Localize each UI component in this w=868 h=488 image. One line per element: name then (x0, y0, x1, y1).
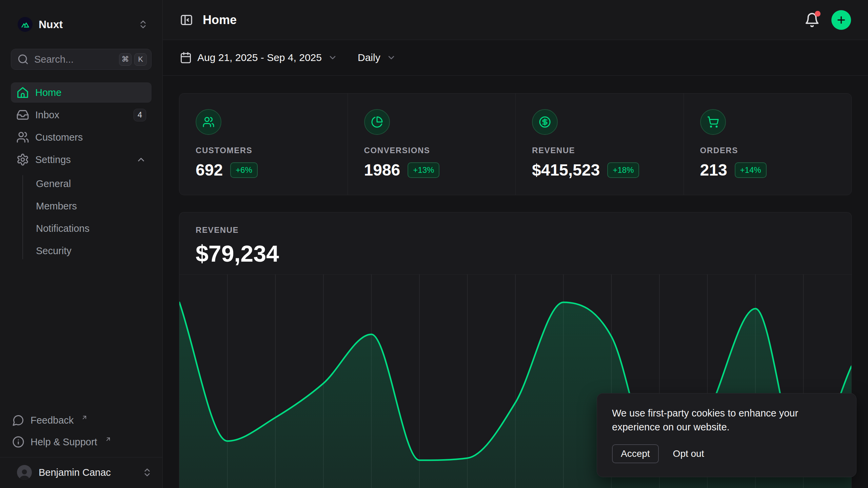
page-title: Home (203, 13, 237, 27)
cookie-actions: Accept Opt out (612, 444, 841, 463)
stat-label: ORDERS (700, 146, 738, 155)
topbar: Home (163, 0, 868, 40)
app-root: { "colors": { "accent": "#00dc82", "noti… (0, 0, 868, 488)
cookie-message: We use first-party cookies to enhance yo… (612, 406, 822, 434)
revenue-chart-label: REVENUE (196, 225, 835, 235)
stat-card-customers: CUSTOMERS692+6% (179, 94, 348, 195)
stat-value: 1986 (364, 161, 400, 179)
sidebar: Nuxt Search... ⌘K HomeInbox4CustomersSet… (0, 0, 163, 488)
arrow-up-right-icon (105, 436, 112, 443)
stats-row: CUSTOMERS692+6%CONVERSIONS1986+13%REVENU… (179, 93, 852, 195)
sidebar-item-label: Settings (35, 154, 71, 165)
stat-value: 692 (196, 161, 223, 179)
sidebar-link-feedback[interactable]: Feedback (11, 411, 152, 429)
stat-value: 213 (700, 161, 727, 179)
calendar-icon (180, 52, 192, 64)
stat-value-row: 213+14% (700, 161, 767, 179)
chevron-down-icon (328, 53, 337, 62)
sidebar-item-settings[interactable]: Settings (11, 149, 152, 170)
add-button[interactable] (831, 10, 851, 30)
sidebar-collapse-button[interactable] (180, 13, 193, 27)
sidebar-item-security[interactable]: Security (11, 241, 152, 261)
users-icon (16, 131, 29, 144)
sidebar-nav: HomeInbox4CustomersSettingsGeneralMember… (11, 82, 152, 261)
cookie-accept-button[interactable]: Accept (612, 444, 659, 463)
stat-card-conversions: CONVERSIONS1986+13% (348, 94, 516, 195)
stat-delta-badge: +13% (408, 162, 439, 178)
date-range-label: Aug 21, 2025 - Sep 4, 2025 (197, 52, 322, 63)
sidebar-item-label: Inbox (35, 109, 59, 121)
settings-submenu: GeneralMembersNotificationsSecurity (11, 174, 152, 261)
stat-card-orders: ORDERS213+14% (684, 94, 852, 195)
cart-icon (700, 109, 726, 135)
sidebar-item-customers[interactable]: Customers (11, 127, 152, 147)
chevrons-up-down-icon (138, 19, 148, 29)
search-input[interactable]: Search... ⌘K (11, 49, 152, 70)
stat-value-row: 692+6% (196, 161, 258, 179)
kbd-⌘: ⌘ (119, 53, 132, 66)
stat-delta-badge: +18% (607, 162, 639, 178)
revenue-chart-value: $79,234 (196, 240, 835, 267)
topbar-actions (804, 10, 851, 30)
gear-icon (16, 153, 29, 166)
search-shortcut: ⌘K (119, 53, 147, 66)
revenue-chart-header: REVENUE $79,234 (179, 212, 851, 274)
granularity-label: Daily (358, 52, 380, 63)
cookie-optout-button[interactable]: Opt out (673, 448, 704, 459)
chat-bubble-icon (12, 414, 24, 426)
user-name: Benjamin Canac (39, 467, 111, 478)
dollar-circle-icon (532, 109, 558, 135)
sidebar-item-inbox[interactable]: Inbox4 (11, 105, 152, 125)
sidebar-item-general[interactable]: General (11, 174, 152, 194)
nuxt-logo-icon (18, 17, 33, 32)
user-menu[interactable]: Benjamin Canac (0, 457, 162, 488)
stat-label: CONVERSIONS (364, 146, 430, 155)
kbd-K: K (134, 53, 147, 66)
granularity-select[interactable]: Daily (358, 52, 396, 63)
filter-toolbar: Aug 21, 2025 - Sep 4, 2025 Daily (163, 40, 868, 76)
inbox-count-badge: 4 (134, 109, 146, 121)
sidebar-item-notifications[interactable]: Notifications (11, 219, 152, 238)
search-icon (17, 54, 29, 65)
avatar (17, 465, 32, 480)
stat-value-row: $415,523+18% (532, 161, 639, 179)
stat-label: REVENUE (532, 146, 575, 155)
team-selector[interactable]: Nuxt (11, 14, 152, 35)
inbox-icon (16, 108, 29, 121)
arrow-up-right-icon (81, 414, 88, 421)
stat-delta-badge: +6% (230, 162, 258, 178)
stat-label: CUSTOMERS (196, 146, 252, 155)
date-range-picker[interactable]: Aug 21, 2025 - Sep 4, 2025 (180, 52, 337, 64)
stat-card-revenue: REVENUE$415,523+18% (515, 94, 684, 195)
footer-link-label: Help & Support (31, 436, 97, 448)
notification-dot (815, 11, 821, 17)
sidebar-footer-links: FeedbackHelp & Support (11, 411, 152, 457)
cookie-banner: We use first-party cookies to enhance yo… (597, 393, 856, 477)
plus-icon (836, 15, 847, 25)
footer-link-label: Feedback (31, 415, 74, 426)
home-icon (16, 86, 29, 99)
search-placeholder: Search... (34, 54, 114, 65)
sidebar-item-label: Customers (35, 132, 83, 143)
chevrons-up-down-icon (142, 467, 152, 477)
sidebar-spacer (11, 261, 152, 411)
sidebar-link-help-support[interactable]: Help & Support (11, 433, 152, 451)
chevron-up-icon (136, 155, 146, 165)
chevron-down-icon (387, 53, 396, 62)
stat-value-row: 1986+13% (364, 161, 440, 179)
stat-delta-badge: +14% (735, 162, 767, 178)
pie-chart-icon (364, 109, 390, 135)
users-icon (196, 109, 221, 135)
sidebar-item-members[interactable]: Members (11, 196, 152, 216)
stat-value: $415,523 (532, 161, 600, 179)
info-circle-icon (12, 436, 24, 448)
notifications-button[interactable] (804, 12, 820, 28)
sidebar-item-home[interactable]: Home (11, 82, 152, 103)
sidebar-item-label: Home (35, 87, 61, 98)
team-name: Nuxt (39, 18, 63, 31)
